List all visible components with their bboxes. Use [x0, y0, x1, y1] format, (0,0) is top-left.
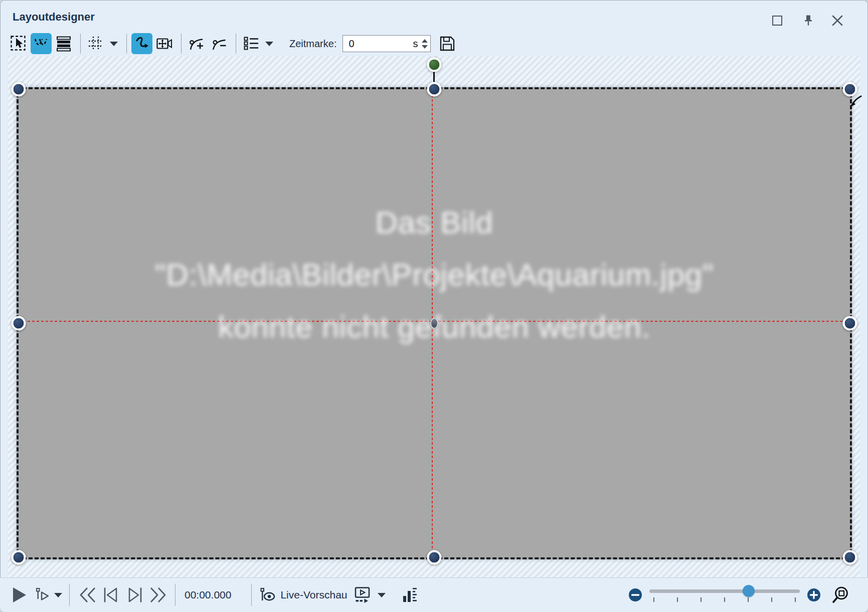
toolbar-separator	[181, 34, 182, 54]
grid-dropdown-arrow[interactable]	[110, 42, 118, 46]
live-preview-icon	[260, 587, 276, 602]
prev-frame-icon	[101, 586, 121, 604]
zoom-in-icon	[807, 588, 821, 602]
play-icon	[12, 587, 27, 603]
remove-keyframe-icon	[211, 35, 228, 52]
forward-icon	[149, 586, 169, 604]
play-from-marker-icon	[35, 587, 50, 602]
handle-top-left[interactable]	[12, 82, 26, 97]
zoom-slider-track[interactable]	[649, 589, 800, 593]
stats-icon	[402, 586, 418, 603]
grid-button[interactable]	[85, 33, 106, 54]
preview-window-icon	[355, 586, 371, 603]
next-frame-button[interactable]	[125, 586, 145, 604]
zoom-fit-button[interactable]	[832, 586, 850, 604]
missing-file-message: Das Bild "D:\Media\Bilder\Projekte\Aquar…	[19, 196, 850, 353]
toolbar-separator	[236, 34, 236, 54]
window-title: Layoutdesigner	[13, 11, 95, 24]
layers-button[interactable]	[53, 33, 74, 54]
pin-icon	[802, 14, 815, 27]
live-preview-label: Live-Vorschau	[280, 589, 347, 601]
zoom-slider-ticks	[653, 597, 796, 602]
add-keyframe-button[interactable]	[186, 33, 207, 54]
zeitmarke-input[interactable]	[348, 38, 411, 50]
motion-path-tool-icon	[33, 35, 50, 52]
layoutdesigner-window: Layoutdesigner	[0, 0, 868, 612]
handle-top-center[interactable]	[427, 82, 442, 97]
play-from-marker-button[interactable]	[35, 587, 50, 602]
rotation-handle[interactable]	[427, 58, 442, 72]
handle-bottom-left[interactable]	[12, 550, 26, 565]
add-keyframe-icon	[188, 35, 205, 52]
prev-frame-button[interactable]	[101, 586, 121, 604]
list-icon	[243, 35, 260, 52]
zoom-controls	[628, 584, 868, 605]
handle-top-right[interactable]	[843, 82, 857, 97]
save-button[interactable]	[439, 35, 456, 52]
zoom-fit-icon	[832, 586, 850, 604]
spinner-down-arrow[interactable]	[422, 45, 428, 49]
camera-pan-button[interactable]	[154, 33, 175, 54]
handle-bottom-right[interactable]	[843, 550, 857, 565]
layers-icon	[55, 35, 72, 52]
grid-icon	[87, 35, 104, 52]
rewind-button[interactable]	[77, 586, 97, 604]
remove-keyframe-button[interactable]	[209, 33, 230, 54]
handle-middle-right[interactable]	[843, 316, 857, 331]
center-anchor-handle[interactable]	[430, 318, 438, 329]
smooth-curve-icon	[133, 35, 150, 52]
select-tool-icon	[10, 35, 27, 52]
zoom-slider	[649, 584, 800, 605]
list-button[interactable]	[241, 33, 262, 54]
preview-window-button[interactable]	[355, 586, 371, 603]
save-icon	[439, 35, 456, 52]
stats-button[interactable]	[402, 586, 418, 603]
pin-button[interactable]	[800, 12, 817, 29]
transport-bar: 00:00.000 Live-Vorschau	[0, 577, 868, 612]
zeitmarke-field: s	[342, 35, 431, 52]
zeitmarke-label: Zeitmarke:	[289, 38, 336, 50]
handle-middle-left[interactable]	[12, 316, 26, 331]
motion-path-tool-button[interactable]	[31, 33, 52, 54]
smooth-curve-button[interactable]	[131, 33, 152, 54]
toolbar-separator	[126, 34, 127, 54]
select-tool-button[interactable]	[8, 33, 29, 54]
camera-pan-icon	[156, 35, 173, 52]
maximize-button[interactable]	[769, 12, 786, 29]
transport-separator	[175, 584, 176, 606]
zoom-in-button[interactable]	[807, 588, 821, 602]
error-line-2: "D:\Media\Bilder\Projekte\Aquarium.jpg"	[19, 249, 850, 301]
zoom-out-icon	[628, 588, 642, 602]
timestamp: 00:00.000	[185, 589, 231, 601]
zoom-out-button[interactable]	[628, 588, 642, 602]
close-button[interactable]	[829, 12, 846, 29]
transport-separator	[251, 584, 252, 606]
transport-separator	[69, 584, 70, 606]
maximize-icon	[772, 16, 782, 26]
spinner-up-arrow[interactable]	[422, 39, 428, 43]
forward-button[interactable]	[149, 586, 169, 604]
toolbar-separator	[80, 34, 81, 54]
zoom-slider-thumb[interactable]	[743, 585, 755, 597]
zeitmarke-unit: s	[413, 38, 418, 50]
brush-cursor-icon	[849, 95, 862, 108]
preview-dropdown-arrow[interactable]	[378, 593, 386, 597]
rewind-icon	[77, 586, 97, 604]
main-toolbar: Zeitmarke: s	[8, 31, 456, 56]
play-button[interactable]	[12, 587, 27, 603]
live-preview-toggle[interactable]	[260, 587, 276, 602]
close-icon	[831, 15, 843, 27]
list-dropdown-arrow[interactable]	[265, 42, 273, 46]
play-dropdown-arrow[interactable]	[54, 593, 62, 597]
handle-bottom-center[interactable]	[427, 550, 442, 565]
next-frame-icon	[125, 586, 145, 604]
error-line-1: Das Bild	[19, 196, 850, 249]
